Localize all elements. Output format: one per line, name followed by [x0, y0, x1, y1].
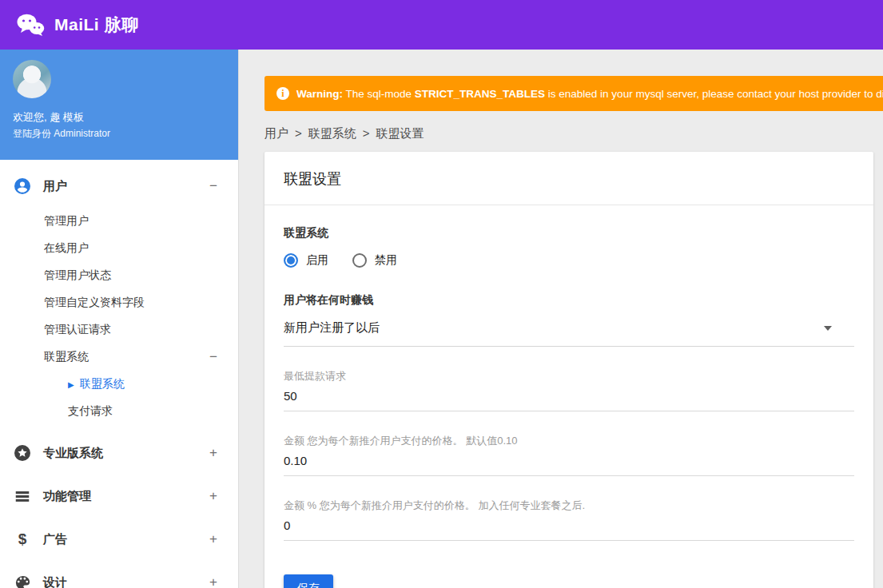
sidebar-item-pro-system[interactable]: 专业版系统 + [0, 431, 238, 475]
expand-toggle[interactable]: + [209, 445, 217, 461]
amount-input[interactable] [284, 448, 854, 476]
earn-when-label: 用户将在何时赚钱 [284, 293, 854, 308]
active-arrow-icon: ▶ [68, 380, 74, 389]
breadcrumb-separator: > [295, 126, 302, 140]
sidebar-item-manage-users[interactable]: 管理用户 [0, 208, 238, 235]
min-withdraw-label: 最低提款请求 [284, 369, 854, 383]
palette-icon [13, 573, 32, 588]
radio-enable-label[interactable]: 启用 [306, 253, 328, 268]
breadcrumb: 用户>联盟系统>联盟设置 [265, 126, 883, 141]
expand-toggle[interactable]: + [209, 531, 217, 547]
expand-toggle[interactable]: + [209, 574, 217, 588]
save-button[interactable]: 保存 [284, 574, 333, 588]
card-body: 联盟系统 启用 禁用 用户将在何时赚钱 新用户注册了以后 最低提款请求 [265, 205, 873, 588]
collapse-toggle[interactable]: − [209, 349, 217, 365]
sidebar-item-verification-requests[interactable]: 管理认证请求 [0, 316, 238, 344]
min-withdraw-input[interactable] [284, 383, 854, 411]
list-icon [13, 487, 32, 506]
amount-pct-group: 金额 % 您为每个新推介用户支付的价格。 加入任何专业套餐之后. [284, 499, 854, 541]
amount-label: 金额 您为每个新推介用户支付的价格。 默认值0.10 [284, 434, 854, 448]
brand-title: MaiLi 脉聊 [54, 14, 139, 36]
sidebar-menu: 用户 − 管理用户 在线用户 管理用户状态 管理自定义资料字段 管理认证请求 联… [0, 160, 238, 588]
dollar-icon: $ [13, 530, 32, 549]
sidebar-item-online-users[interactable]: 在线用户 [0, 235, 238, 262]
main-content: i Warning: The sql-mode STRICT_TRANS_TAB… [240, 50, 883, 588]
amount-pct-label: 金额 % 您为每个新推介用户支付的价格。 加入任何专业套餐之后. [284, 499, 854, 513]
breadcrumb-affiliate-settings[interactable]: 联盟设置 [376, 126, 424, 140]
breadcrumb-separator: > [363, 126, 370, 140]
menu-label-users: 用户 [43, 179, 209, 194]
amount-group: 金额 您为每个新推介用户支付的价格。 默认值0.10 [284, 434, 854, 476]
spacer [0, 425, 238, 431]
person-circle-icon [13, 177, 32, 196]
card-title: 联盟设置 [265, 152, 873, 205]
sidebar-item-payment-requests[interactable]: 支付请求 [0, 398, 238, 425]
earn-when-value: 新用户注册了以后 [284, 320, 380, 336]
menu-label-features: 功能管理 [43, 489, 209, 504]
profile-panel: 欢迎您, 趣 模板 登陆身份 Administrator [0, 50, 238, 160]
min-withdraw-group: 最低提款请求 [284, 369, 854, 411]
breadcrumb-affiliate-system[interactable]: 联盟系统 [308, 126, 356, 140]
breadcrumb-users[interactable]: 用户 [265, 126, 288, 140]
radio-enable[interactable] [284, 253, 298, 268]
star-circle-icon [13, 443, 32, 463]
sidebar-item-users[interactable]: 用户 − [0, 165, 238, 208]
radio-disable-group: 禁用 [352, 253, 397, 268]
role-text: 登陆身份 Administrator [13, 126, 225, 141]
wechat-icon [16, 13, 45, 37]
collapse-toggle[interactable]: − [209, 178, 217, 194]
sidebar-item-feature-management[interactable]: 功能管理 + [0, 475, 238, 518]
affiliate-system-radios: 启用 禁用 [284, 253, 854, 268]
radio-disable-label[interactable]: 禁用 [375, 253, 397, 268]
radio-disable[interactable] [352, 253, 367, 268]
expand-toggle[interactable]: + [209, 488, 217, 504]
sidebar-item-affiliate-settings-active[interactable]: ▶ 联盟系统 [0, 371, 238, 398]
affiliate-settings-card: 联盟设置 联盟系统 启用 禁用 用户将在何时赚钱 新用户注册了以后 最低提款请求 [265, 152, 873, 588]
sidebar: 欢迎您, 趣 模板 登陆身份 Administrator 用户 − 管理用户 在… [0, 50, 239, 588]
sidebar-item-custom-fields[interactable]: 管理自定义资料字段 [0, 289, 238, 316]
sidebar-item-design[interactable]: 设计 + [0, 561, 238, 588]
avatar[interactable] [13, 60, 51, 98]
affiliate-system-label: 联盟系统 [284, 226, 854, 240]
warning-banner: i Warning: The sql-mode STRICT_TRANS_TAB… [265, 76, 883, 111]
menu-label-pro: 专业版系统 [43, 446, 209, 461]
menu-label-ads: 广告 [43, 532, 209, 547]
app-header: MaiLi 脉聊 [0, 0, 883, 50]
welcome-text: 欢迎您, 趣 模板 [13, 109, 225, 126]
info-icon: i [276, 87, 289, 100]
menu-label-design: 设计 [43, 575, 209, 588]
chevron-down-icon [824, 326, 832, 331]
earn-when-group: 用户将在何时赚钱 新用户注册了以后 [284, 293, 854, 347]
amount-pct-input[interactable] [284, 513, 854, 541]
warning-text: Warning: The sql-mode STRICT_TRANS_TABLE… [296, 88, 883, 100]
sidebar-item-user-status[interactable]: 管理用户状态 [0, 262, 238, 289]
sidebar-item-affiliate-system[interactable]: 联盟系统 − [0, 344, 238, 371]
earn-when-select[interactable]: 新用户注册了以后 [284, 320, 854, 347]
sidebar-item-ads[interactable]: $ 广告 + [0, 518, 238, 561]
